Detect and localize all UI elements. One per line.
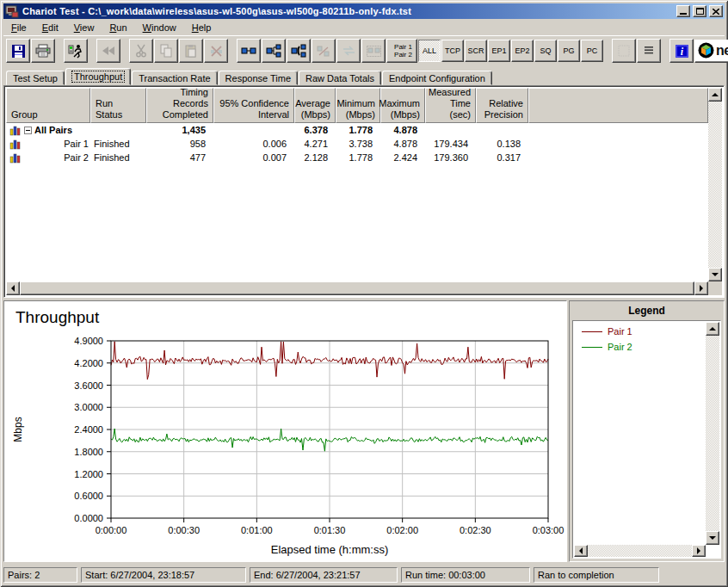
column-header-relative[interactable]: Relative Precision bbox=[476, 88, 528, 123]
lines-icon bbox=[644, 46, 654, 56]
arrow-right-icon bbox=[697, 547, 700, 554]
scroll-left-button[interactable] bbox=[6, 281, 20, 295]
view-all-button[interactable]: ALL bbox=[418, 40, 441, 62]
pair-icon bbox=[241, 46, 256, 56]
legend-item-pair-2[interactable]: Pair 2 bbox=[575, 338, 705, 354]
pair-swap-icon bbox=[342, 45, 356, 57]
run-test-button[interactable] bbox=[64, 39, 88, 63]
column-header-minimum[interactable]: Minimum (Mbps) bbox=[336, 88, 380, 123]
legend-horizontal-scrollbar[interactable] bbox=[574, 545, 706, 557]
confidence-cell: 0.007 bbox=[213, 152, 294, 163]
view-pg-button[interactable]: PG bbox=[558, 40, 580, 62]
tab-response-time[interactable]: Response Time bbox=[219, 71, 298, 85]
legend-item-pair-1[interactable]: Pair 1 bbox=[575, 323, 705, 338]
add-voip-pair-button[interactable] bbox=[287, 39, 311, 63]
column-header-confidence[interactable]: 95% Confidence Interval bbox=[213, 88, 294, 123]
pair-list-button[interactable]: Pair 1Pair 2 bbox=[386, 39, 417, 63]
cut-button bbox=[129, 39, 153, 63]
netiq-cube-icon bbox=[698, 42, 714, 60]
tab-transaction-rate[interactable]: Transaction Rate bbox=[132, 71, 217, 85]
y-tick-label: 3.6000 bbox=[74, 380, 103, 391]
arrow-right-icon bbox=[700, 285, 703, 292]
add-multicast-group-button[interactable] bbox=[262, 39, 286, 63]
tab-raw-data-totals[interactable]: Raw Data Totals bbox=[299, 71, 381, 85]
scroll-right-button[interactable] bbox=[692, 545, 706, 557]
pair-list-line: Pair 2 bbox=[394, 51, 412, 59]
group-cell: Pair 1 bbox=[6, 139, 90, 150]
minimize-icon bbox=[680, 13, 687, 15]
status-field-pairs-count: Pairs: 2 bbox=[3, 567, 77, 583]
legend-title: Legend bbox=[570, 301, 724, 319]
save-icon bbox=[11, 44, 26, 59]
scroll-up-button[interactable] bbox=[706, 322, 719, 336]
scroll-left-button[interactable] bbox=[574, 545, 588, 557]
table-row[interactable]: Pair 1Finished9580.0064.2713.7384.878179… bbox=[6, 137, 708, 151]
column-header-run_status[interactable]: Run Status bbox=[90, 88, 146, 123]
menu-file[interactable]: File bbox=[5, 21, 33, 34]
paste-button bbox=[179, 39, 203, 63]
menu-view[interactable]: View bbox=[68, 21, 101, 34]
column-header-maximum[interactable]: Maximum (Mbps) bbox=[380, 88, 425, 123]
legend-items: Pair 1Pair 2 bbox=[575, 323, 705, 544]
select-group-button bbox=[361, 39, 386, 63]
view-tcp-button[interactable]: TCP bbox=[441, 40, 464, 62]
scroll-down-button[interactable] bbox=[706, 531, 719, 545]
tab-throughput[interactable]: Throughput bbox=[65, 68, 131, 85]
group-label: Pair 1 bbox=[64, 139, 89, 149]
netiq-logo[interactable]: netiQ bbox=[694, 40, 728, 63]
results-table: GroupRun StatusTiming Records Completed9… bbox=[6, 88, 708, 281]
print-button[interactable] bbox=[31, 39, 55, 63]
scrollbar-thumb[interactable] bbox=[20, 281, 694, 295]
run-icon bbox=[68, 44, 83, 59]
scroll-up-button[interactable] bbox=[708, 88, 722, 102]
column-header-average[interactable]: Average (Mbps) bbox=[294, 88, 336, 123]
measured-cell: 179.434 bbox=[425, 139, 476, 149]
column-header-group[interactable]: Group bbox=[6, 88, 90, 123]
maximum-cell: 4.878 bbox=[380, 125, 425, 135]
timing-cell: 1,435 bbox=[146, 125, 213, 135]
status-field-end-time: End: 6/27/2004, 23:21:57 bbox=[250, 567, 398, 583]
legend-line-swatch bbox=[582, 347, 602, 348]
view-scr-button[interactable]: SCR bbox=[465, 40, 487, 62]
save-button[interactable] bbox=[6, 39, 30, 63]
maximize-button[interactable] bbox=[693, 5, 706, 17]
average-cell: 6.378 bbox=[294, 125, 336, 135]
menu-edit[interactable]: Edit bbox=[36, 21, 65, 34]
window-title: Chariot Test - C:\_work\data\wireless\as… bbox=[22, 6, 674, 16]
tab-test-setup[interactable]: Test Setup bbox=[6, 71, 65, 85]
pair-select-icon bbox=[367, 46, 381, 57]
column-header-measured[interactable]: Measured Time (sec) bbox=[425, 88, 476, 123]
copy-button bbox=[154, 39, 178, 63]
group-cell: Pair 2 bbox=[6, 152, 90, 164]
scroll-down-button[interactable] bbox=[708, 268, 722, 281]
y-axis-label: Mbps bbox=[12, 417, 24, 442]
legend-vertical-scrollbar[interactable] bbox=[706, 322, 719, 545]
menu-help[interactable]: Help bbox=[186, 21, 218, 34]
column-header-timing[interactable]: Timing Records Completed bbox=[146, 88, 213, 123]
table-row[interactable]: Pair 2Finished4770.0072.1281.7782.424179… bbox=[6, 151, 708, 164]
x-axis-label: Elapsed time (h:mm:ss) bbox=[271, 543, 389, 556]
throughput-chart-panel: 0.00000.60001.20001.80002.40003.00003.60… bbox=[3, 300, 567, 562]
view-ep2-button[interactable]: EP2 bbox=[511, 40, 534, 62]
view-ep1-button[interactable]: EP1 bbox=[488, 40, 510, 62]
add-pair-button[interactable] bbox=[237, 39, 261, 63]
table-horizontal-scrollbar[interactable] bbox=[6, 281, 708, 295]
title-bar[interactable]: Chariot Test - C:\_work\data\wireless\as… bbox=[3, 3, 725, 19]
table-row[interactable]: All Pairs1,4356.3781.7784.878 bbox=[6, 123, 708, 137]
table-vertical-scrollbar[interactable] bbox=[708, 88, 722, 281]
close-button[interactable] bbox=[709, 5, 723, 17]
view-sq-button[interactable]: SQ bbox=[534, 40, 557, 62]
menu-run[interactable]: Run bbox=[103, 21, 133, 34]
pair-tree-icon bbox=[266, 44, 281, 58]
x-tick-label: 0:02:30 bbox=[460, 525, 491, 535]
menu-bar: FileEditViewRunWindowHelp bbox=[3, 20, 725, 34]
show-details-button[interactable] bbox=[637, 39, 661, 63]
collapse-expander[interactable] bbox=[24, 127, 32, 134]
help-button[interactable]: i bbox=[669, 39, 694, 63]
menu-window[interactable]: Window bbox=[137, 21, 182, 34]
minimize-button[interactable] bbox=[676, 5, 690, 17]
rewind-icon bbox=[102, 46, 115, 56]
view-pc-button[interactable]: PC bbox=[581, 40, 603, 62]
scroll-right-button[interactable] bbox=[694, 281, 708, 295]
tab-endpoint-configuration[interactable]: Endpoint Configuration bbox=[382, 71, 492, 85]
